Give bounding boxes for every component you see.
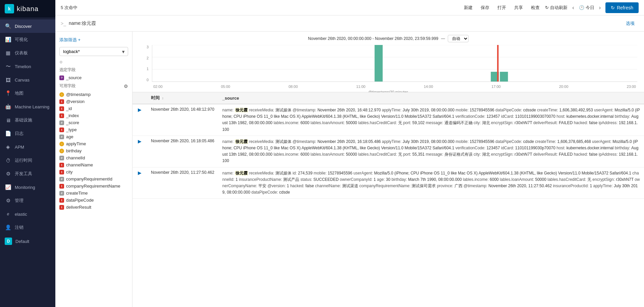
field-type-t-icon6: t [59, 170, 64, 174]
field-item-age[interactable]: # age [55, 133, 132, 140]
sidebar-label-ml: Machine Learning [15, 104, 49, 109]
x-label-02: 02:00 [153, 85, 163, 89]
expand-row-button[interactable]: ▶ [137, 139, 143, 144]
field-item-createtime[interactable]: # createTime [55, 190, 132, 197]
sidebar-item-uptime[interactable]: ⏱ 运行时间 [0, 154, 55, 167]
available-fields-label: 可用字段 [59, 83, 75, 89]
sidebar-label-uptime: 运行时间 [15, 157, 32, 163]
field-deliverresult-name: deliverResult [66, 205, 91, 210]
sidebar-item-discover[interactable]: 🔍 Discover [0, 19, 55, 33]
time-col-header[interactable]: 时间 ↕ [147, 92, 218, 104]
auto-refresh-button[interactable]: ↻ 自动刷新 [545, 5, 568, 11]
refresh-label: Refresh [617, 5, 633, 10]
search-prompt: >_ [61, 21, 66, 26]
settings-circle-icon[interactable]: ⚙ [59, 60, 63, 64]
body-split: 添加筛选 + logback* ▼ ⚙ 选定字段 ? _source 可用字段 … [55, 32, 644, 307]
sidebar-item-management[interactable]: ⚙ 管理 [0, 194, 55, 207]
sidebar-label-infrastructure: 基础设施 [15, 117, 32, 123]
sidebar-item-monitoring[interactable]: 📈 Monitoring [0, 181, 55, 194]
table-row: ▶ November 26th 2020, 11:27:50.462 name:… [132, 167, 644, 199]
sidebar-item-logout[interactable]: 👤 注销 [0, 221, 55, 234]
next-time-button[interactable]: › [597, 4, 603, 11]
field-item-id[interactable]: t _id [55, 105, 132, 112]
sidebar-item-devtools[interactable]: ⚙ 开发工具 [0, 167, 55, 181]
hit-count: 5 次命中 [61, 5, 77, 11]
sidebar-item-logs[interactable]: 📄 日志 [0, 127, 55, 140]
refresh-icon: ↻ [545, 5, 549, 10]
field-item-index[interactable]: t _index [55, 112, 132, 119]
logo-icon: k [5, 4, 14, 13]
field-item-datapipecode[interactable]: t dataPipeCode [55, 197, 132, 204]
chart-body[interactable] [152, 45, 637, 82]
field-type-hash-icon4: # [59, 177, 64, 182]
share-button[interactable]: 共享 [512, 3, 526, 12]
sidebar-label-devtools: 开发工具 [15, 171, 32, 177]
svg-rect-6 [500, 72, 508, 82]
field-type-t-icon5: t [59, 163, 64, 167]
sidebar-item-ml[interactable]: 🤖 Machine Learning [0, 100, 55, 113]
sidebar-label-maps: 地图 [15, 90, 23, 96]
refresh-button[interactable]: ↻ Refresh [605, 2, 639, 13]
new-button[interactable]: 新建 [461, 3, 475, 12]
inspect-button[interactable]: 检查 [528, 3, 542, 12]
index-select[interactable]: logback* [59, 47, 128, 56]
sidebar-item-canvas[interactable]: 🖼 Canvas [0, 73, 55, 87]
field-item-score[interactable]: # _score [55, 119, 132, 126]
field-item-channelid[interactable]: # channelId [55, 154, 132, 161]
expand-row-button[interactable]: ▶ [137, 170, 143, 175]
search-input[interactable] [69, 21, 626, 26]
field-item-applytime[interactable]: ○ applyTime [55, 140, 132, 147]
search-options-link[interactable]: 选项 [626, 20, 635, 27]
save-button[interactable]: 保存 [478, 3, 492, 12]
field-item-city[interactable]: t city [55, 168, 132, 175]
field-item-source[interactable]: ? _source [55, 74, 132, 81]
x-label-08: 08:00 [288, 85, 298, 89]
field-item-birthday[interactable]: ○ birthday [55, 147, 132, 154]
sidebar-item-visualization[interactable]: 📊 可视化 [0, 33, 55, 46]
chart-container: 3 2 1 0 02:00 05:00 08:00 11:00 14:00 [139, 45, 637, 89]
sidebar-item-maps[interactable]: 📍 地图 [0, 87, 55, 100]
logout-icon: 👤 [5, 224, 11, 231]
field-item-deliverresult[interactable]: t deliverResult [55, 204, 132, 211]
main-content: 5 次命中 新建 保存 打开 共享 检查 ↻ 自动刷新 ‹ 🕐 今日 › ↻ R… [55, 0, 644, 307]
sidebar-item-apm[interactable]: ◈ APM [0, 140, 55, 154]
canvas-icon: 🖼 [5, 76, 11, 83]
today-button[interactable]: 🕐 今日 [579, 5, 594, 11]
time-header-label: 时间 [151, 95, 160, 100]
field-item-type[interactable]: t _type [55, 126, 132, 133]
field-channelid-name: channelId [66, 155, 85, 160]
sidebar-label-logs: 日志 [15, 131, 23, 137]
time-cell: November 26th 2020, 11:27:50.462 [147, 167, 218, 199]
available-fields-gear-icon[interactable]: ⚙ [124, 84, 128, 89]
monitoring-icon: 📈 [5, 184, 11, 191]
expand-row-button[interactable]: ▶ [137, 107, 143, 112]
field-item-timestamp[interactable]: ○ @timestamp [55, 91, 132, 98]
sidebar-label-monitoring: Monitoring [15, 185, 35, 190]
field-item-channelname[interactable]: t channelName [55, 161, 132, 168]
field-applytime-name: applyTime [66, 141, 86, 146]
expand-col-header [132, 92, 147, 104]
topbar-left: 5 次命中 [61, 5, 77, 11]
app-logo[interactable]: k kibana [0, 0, 55, 17]
open-button[interactable]: 打开 [495, 3, 509, 12]
refresh-spin-icon: ↻ [611, 5, 615, 10]
y-label-1: 1 [147, 67, 149, 71]
field-companyrequirementname-name: companyRequirementName [66, 184, 120, 189]
field-type-t-icon7: t [59, 184, 64, 189]
sidebar-item-dashboard[interactable]: ▦ 仪表板 [0, 46, 55, 60]
chart-date-range: November 26th 2020, 00:00:00.000 - Novem… [308, 36, 438, 41]
today-label: 今日 [586, 5, 594, 11]
sidebar-item-timelion[interactable]: 〜 Timelion [0, 60, 55, 73]
field-item-version[interactable]: t @version [55, 98, 132, 105]
field-item-companyrequirementname[interactable]: t companyRequirementName [55, 183, 132, 190]
prev-time-button[interactable]: ‹ [570, 4, 576, 11]
field-item-companyrequirementid[interactable]: # companyRequirementId [55, 175, 132, 183]
sidebar-item-default[interactable]: D Default [0, 234, 55, 248]
sidebar-item-infrastructure[interactable]: 🖥 基础设施 [0, 113, 55, 127]
x-label-17: 17:00 [491, 85, 501, 89]
chart-header: November 26th 2020, 00:00:00.000 - Novem… [139, 35, 637, 42]
sidebar-item-elastic[interactable]: e elastic [0, 207, 55, 221]
index-select-wrap: logback* ▼ [55, 45, 132, 58]
chart-auto-select[interactable]: 自动 [448, 35, 469, 42]
add-filter-button[interactable]: 添加筛选 + [55, 35, 132, 45]
